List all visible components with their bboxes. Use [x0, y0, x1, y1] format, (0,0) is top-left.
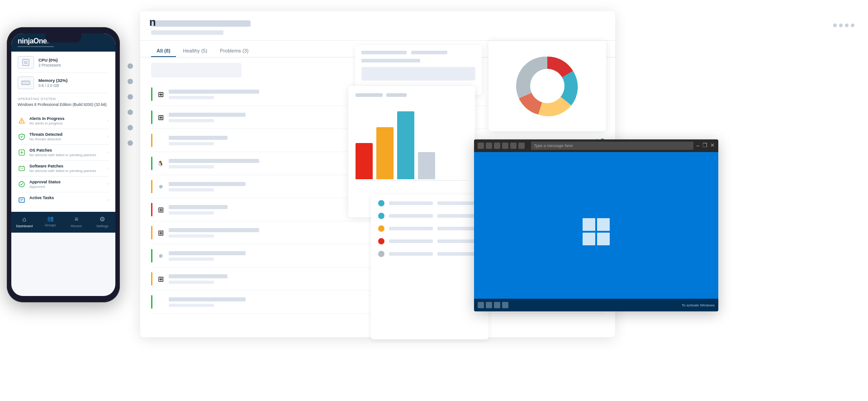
more-options[interactable] — [833, 24, 854, 27]
cpu-metric-row: CPU (0%) 2 Processors — [18, 56, 109, 69]
phone-bottom-nav: ⌂ Dashboard 👥 Groups ≡ Recent ⚙ Settings — [11, 212, 115, 233]
taskbar-icon[interactable] — [478, 302, 484, 308]
cpu-icon — [18, 56, 34, 69]
summary-row — [361, 59, 475, 62]
win-taskbar: To activate Windows — [474, 299, 718, 311]
tasks-title: Active Tasks — [29, 196, 104, 200]
windows-icon: ⊞ — [157, 91, 164, 98]
chart-x-axis — [356, 180, 468, 181]
list-dot — [378, 225, 384, 232]
item-sub-bar — [169, 234, 214, 238]
linux-icon: 🐧 — [157, 160, 164, 167]
dashboard-nav-icon: ⌂ — [23, 215, 26, 223]
chart-tab[interactable] — [356, 93, 383, 97]
win-icon-1[interactable] — [478, 143, 484, 149]
win-titlebar: Type a message here − ❐ ✕ — [474, 139, 718, 152]
list-dot — [378, 213, 384, 219]
approval-section[interactable]: Approval Status Approved › — [18, 177, 109, 192]
divider — [18, 72, 109, 73]
item-name-bar — [169, 251, 246, 255]
alerts-section[interactable]: Alerts In Progress No alerts in progress… — [18, 113, 109, 129]
chevron-right-icon: › — [108, 181, 109, 186]
svg-rect-1 — [24, 61, 28, 64]
nav-dot[interactable] — [128, 94, 133, 100]
nav-dot[interactable] — [128, 140, 133, 146]
memory-value: 0.6 / 2.0 GB — [38, 83, 67, 88]
list-panel-row — [378, 251, 481, 257]
nav-dot[interactable] — [128, 125, 133, 130]
nav-dot[interactable] — [128, 63, 133, 69]
chevron-right-icon: › — [108, 150, 109, 155]
item-name-bar — [169, 113, 246, 117]
nav-dashboard[interactable]: ⌂ Dashboard — [11, 215, 38, 228]
nav-groups[interactable]: 👥 Groups — [38, 215, 64, 228]
nav-recent[interactable]: ≡ Recent — [63, 215, 90, 228]
item-sub-bar — [169, 119, 214, 122]
item-name-bar — [169, 228, 259, 232]
groups-nav-icon: 👥 — [47, 215, 54, 222]
shield-icon — [18, 133, 26, 141]
item-sub-bar — [169, 281, 214, 284]
bar-blue — [397, 111, 414, 179]
sw-patch-icon — [18, 164, 26, 172]
taskbar-icon[interactable] — [494, 302, 500, 308]
item-name-bar — [169, 182, 246, 186]
taskbar-icon[interactable] — [502, 302, 508, 308]
divider — [18, 93, 109, 93]
approval-svg — [18, 181, 25, 188]
win-restore[interactable]: ❐ — [702, 142, 707, 149]
alerts-info: Alerts In Progress No alerts in progress — [29, 116, 104, 125]
sw-patch-svg — [18, 165, 25, 172]
summary-bar — [361, 59, 420, 62]
list-bar — [389, 252, 433, 256]
win-minimize[interactable]: − — [696, 142, 700, 149]
phone-screen: ninjaOne. — [11, 33, 115, 296]
memory-label: Memory (32%) — [38, 78, 67, 83]
tab-all[interactable]: All (8) — [151, 45, 176, 57]
win-logo-cell — [597, 233, 610, 245]
win-desktop: To activate Windows — [474, 152, 718, 311]
win-close[interactable]: ✕ — [710, 142, 715, 149]
list-dot — [378, 238, 384, 244]
win-icon-3[interactable] — [494, 143, 500, 149]
win-title-icons — [478, 143, 525, 149]
tab-healthy[interactable]: Healthy (5) — [178, 45, 213, 57]
nav-dot[interactable] — [128, 79, 133, 84]
item-sub-bar — [169, 258, 214, 261]
tab-problems[interactable]: Problems (3) — [214, 45, 254, 57]
donut-center — [530, 69, 564, 103]
os-patches-section[interactable]: OS Patches No devices with failed or pen… — [18, 145, 109, 161]
donut-chart-panel — [489, 41, 606, 131]
recent-nav-label: Recent — [71, 224, 82, 228]
sw-patches-section[interactable]: Software Patches No devices with failed … — [18, 161, 109, 177]
message-input[interactable]: Type a message here — [531, 142, 693, 150]
network-icon: ⊕ — [157, 183, 164, 190]
chart-header — [356, 93, 468, 97]
ninja-logo-mark: n — [149, 16, 156, 29]
os-patches-title: OS Patches — [29, 148, 104, 153]
nav-dot[interactable] — [128, 110, 133, 115]
dashboard-search[interactable] — [151, 63, 242, 77]
bar-chart — [356, 102, 468, 179]
win-icon-5[interactable] — [510, 143, 517, 149]
memory-info: Memory (32%) 0.6 / 2.0 GB — [38, 78, 67, 88]
phone-outer: ninjaOne. — [7, 27, 120, 302]
chart-tab[interactable] — [386, 93, 407, 97]
win-icon-4[interactable] — [502, 143, 508, 149]
tasks-section[interactable]: Active Tasks › — [18, 192, 109, 207]
nav-settings[interactable]: ⚙ Settings — [90, 215, 116, 228]
win-icon-6[interactable] — [518, 143, 525, 149]
cpu-info: CPU (0%) 2 Processors — [38, 57, 61, 67]
threats-section[interactable]: Threats Detected No threats detected › — [18, 129, 109, 145]
svg-point-9 — [21, 122, 22, 123]
taskbar-icon[interactable] — [486, 302, 492, 308]
windows-icon: ⊞ — [157, 229, 164, 236]
windows-logo — [583, 218, 610, 245]
sw-patches-sub: No devices with failed or pending patche… — [29, 169, 104, 173]
dot — [839, 24, 843, 27]
patch-icon — [18, 148, 26, 157]
win-icon-2[interactable] — [486, 143, 492, 149]
list-dot — [378, 200, 384, 206]
os-patches-sub: No devices with failed or pending patche… — [29, 153, 104, 157]
bar-orange — [376, 127, 394, 179]
